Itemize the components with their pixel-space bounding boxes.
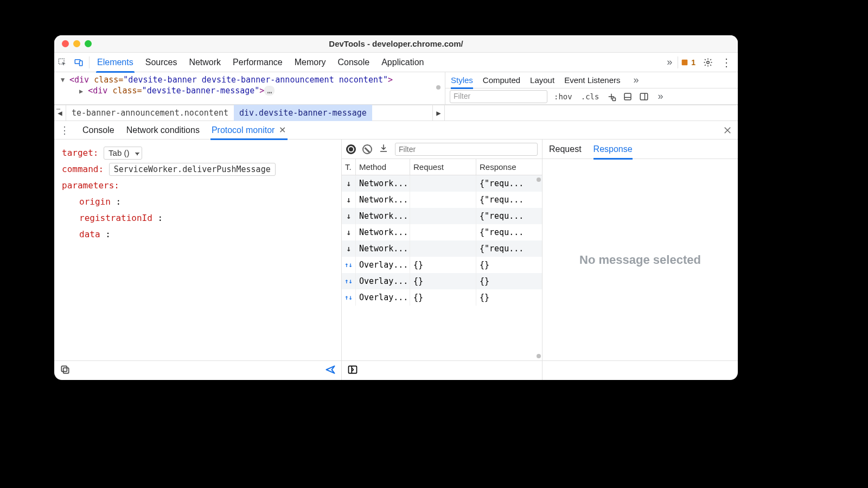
window-minimize-button[interactable] — [73, 40, 80, 47]
command-input[interactable]: ServiceWorker.deliverPushMessage — [109, 163, 276, 176]
toggle-left-panel-icon[interactable] — [347, 364, 358, 377]
breadcrumb-ellipsis: … — [56, 105, 60, 111]
drawer-menu-icon[interactable]: ⋮ — [60, 124, 69, 136]
main-toolbar: ElementsSourcesNetworkPerformanceMemoryC… — [54, 53, 738, 72]
dom-tag: <div — [69, 75, 89, 85]
window-titlebar: DevTools - developer.chrome.com/ — [54, 35, 738, 53]
drawer-tab-protocol-monitor[interactable]: Protocol monitor✕ — [212, 121, 287, 140]
styles-sidebar: StylesComputedLayoutEvent Listeners» Fil… — [445, 72, 738, 104]
drawer-body: target: Tab () command: ServiceWorker.de… — [54, 140, 738, 380]
elements-panel: ▼ <div class="devsite-banner devsite-ban… — [54, 72, 738, 105]
breadcrumb-bar: … ◀ te-banner-announcement.nocontentdiv.… — [54, 105, 738, 121]
breadcrumb-item[interactable]: te-banner-announcement.nocontent — [66, 105, 234, 121]
svg-rect-7 — [641, 93, 648, 100]
svg-rect-9 — [61, 366, 67, 371]
drawer-tabbar: ⋮ ConsoleNetwork conditionsProtocol moni… — [54, 121, 738, 140]
dom-tree[interactable]: ▼ <div class="devsite-banner devsite-ban… — [54, 72, 445, 104]
computed-panel-icon[interactable] — [622, 91, 634, 103]
toggle-sidebar-icon[interactable] — [638, 91, 650, 103]
download-log-icon[interactable] — [379, 143, 388, 155]
svg-rect-6 — [624, 93, 631, 100]
settings-gear-icon[interactable] — [702, 56, 714, 68]
log-filter-input[interactable] — [395, 143, 538, 156]
copy-command-icon[interactable] — [60, 364, 71, 377]
svg-rect-2 — [80, 61, 82, 66]
styles-tab-layout[interactable]: Layout — [530, 72, 554, 88]
devtools-window: DevTools - developer.chrome.com/ Element… — [54, 35, 738, 380]
log-row[interactable]: ↓Network...{"requ... — [342, 192, 542, 208]
kebab-menu-icon[interactable]: ⋮ — [720, 56, 732, 68]
breadcrumb-scroll-right[interactable]: ▶ — [432, 105, 444, 121]
panel-tab-console[interactable]: Console — [337, 53, 369, 72]
drawer-close-icon[interactable] — [723, 125, 732, 137]
log-row[interactable]: ↓Network...{"requ... — [342, 208, 542, 224]
drawer-tab-console[interactable]: Console — [82, 121, 114, 140]
expand-ellipsis-icon[interactable]: … — [264, 86, 275, 96]
panel-tab-elements[interactable]: Elements — [97, 53, 133, 72]
inspect-tab-request[interactable]: Request — [549, 140, 582, 159]
issues-count: 1 — [691, 58, 695, 67]
panel-tab-application[interactable]: Application — [381, 53, 424, 72]
parameters-label: parameters: — [62, 180, 119, 191]
scrollbar-thumb[interactable] — [537, 354, 541, 358]
styles-tab-computed[interactable]: Computed — [483, 72, 520, 88]
panel-tab-performance[interactable]: Performance — [233, 53, 283, 72]
inspect-tab-response[interactable]: Response — [593, 140, 633, 159]
log-row[interactable]: ↑↓Overlay....{}{} — [342, 257, 542, 273]
send-command-icon[interactable] — [325, 364, 336, 377]
col-type[interactable]: T. — [342, 159, 356, 175]
message-inspector: RequestResponse No message selected — [542, 140, 738, 380]
param-row[interactable]: origin : — [62, 194, 334, 210]
param-row[interactable]: registrationId : — [62, 210, 334, 226]
panel-tab-network[interactable]: Network — [189, 53, 221, 72]
col-request[interactable]: Request — [410, 159, 476, 175]
styles-tab-event-listeners[interactable]: Event Listeners — [564, 72, 620, 88]
cls-toggle[interactable]: .cls — [579, 91, 602, 102]
svg-rect-8 — [63, 367, 69, 373]
param-row[interactable]: data : — [62, 226, 334, 243]
protocol-log: T. Method Request Response ↓Network...{"… — [342, 140, 542, 380]
close-tab-icon[interactable]: ✕ — [278, 126, 286, 135]
record-toggle-icon[interactable] — [346, 144, 356, 154]
styles-tab-styles[interactable]: Styles — [451, 72, 473, 88]
log-row[interactable]: ↑↓Overlay....{}{} — [342, 289, 542, 306]
inspector-empty-state: No message selected — [542, 159, 738, 360]
protocol-command-form: target: Tab () command: ServiceWorker.de… — [54, 140, 342, 380]
issues-badge[interactable]: 1 — [680, 58, 695, 67]
scrollbar-thumb[interactable] — [537, 178, 541, 182]
log-row[interactable]: ↓Network...{"requ... — [342, 175, 542, 192]
styles-filter-input[interactable]: Filter — [450, 90, 547, 103]
new-rule-plus-icon[interactable] — [605, 91, 617, 103]
more-panels-icon[interactable]: » — [663, 56, 675, 68]
breadcrumb-item[interactable]: div.devsite-banner-message — [234, 105, 372, 121]
target-select[interactable]: Tab () — [104, 147, 142, 160]
drawer-tab-network-conditions[interactable]: Network conditions — [126, 121, 200, 140]
svg-rect-10 — [349, 366, 357, 373]
col-method[interactable]: Method — [356, 159, 410, 175]
panel-tab-sources[interactable]: Sources — [145, 53, 177, 72]
device-toolbar-icon[interactable] — [71, 53, 87, 72]
log-row[interactable]: ↑↓Overlay....{}{} — [342, 273, 542, 289]
collapse-arrow-icon[interactable]: ▼ — [61, 74, 65, 85]
window-zoom-button[interactable] — [85, 40, 92, 47]
svg-rect-3 — [682, 59, 688, 65]
log-header: T. Method Request Response — [342, 159, 542, 175]
panel-tab-memory[interactable]: Memory — [295, 53, 326, 72]
svg-point-4 — [707, 61, 710, 64]
window-close-button[interactable] — [62, 40, 69, 47]
more-styles-tabs-icon[interactable]: » — [654, 91, 666, 102]
window-title: DevTools - developer.chrome.com/ — [54, 39, 738, 48]
inspect-element-icon[interactable] — [54, 53, 71, 72]
more-styles-tabs-icon[interactable]: » — [630, 74, 642, 86]
command-label: command: — [62, 164, 104, 174]
clear-log-icon[interactable] — [362, 144, 372, 154]
hov-toggle[interactable]: :hov — [552, 91, 575, 102]
log-row[interactable]: ↓Network...{"requ... — [342, 224, 542, 240]
log-row[interactable]: ↓Network...{"requ... — [342, 240, 542, 257]
svg-rect-5 — [613, 98, 616, 100]
target-label: target: — [62, 148, 98, 158]
col-response[interactable]: Response — [476, 159, 542, 175]
